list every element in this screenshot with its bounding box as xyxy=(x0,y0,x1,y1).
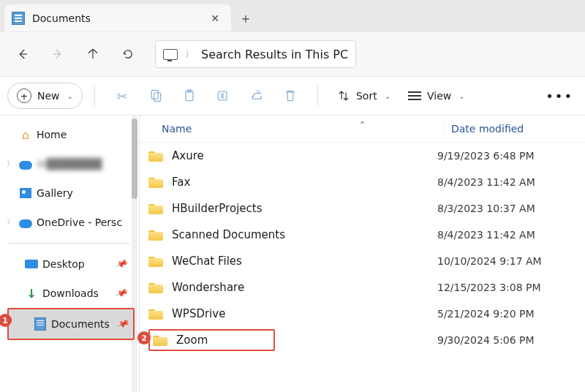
trash-icon xyxy=(283,88,298,103)
nav-gallery-label: Gallery xyxy=(37,187,73,199)
pin-icon[interactable]: 📌 xyxy=(116,317,130,331)
new-tab-button[interactable]: ＋ xyxy=(231,4,260,32)
nav-account-label: W███████ xyxy=(37,158,102,170)
file-date: 12/15/2023 3:08 PM xyxy=(430,282,585,293)
ellipsis-icon: ••• xyxy=(546,88,573,104)
nav-documents[interactable]: Documents 📌 xyxy=(7,308,135,340)
chevron-down-icon: ⌄ xyxy=(385,92,390,100)
file-date: 5/21/2024 9:20 PM xyxy=(430,308,585,320)
chevron-down-icon: ⌄ xyxy=(67,92,73,100)
back-button[interactable] xyxy=(7,39,38,69)
file-row-zoom[interactable]: Zoom 9/30/2024 5:06 PM xyxy=(140,327,585,353)
cut-button[interactable]: ✂ xyxy=(107,83,137,109)
this-pc-icon xyxy=(163,49,178,60)
file-date: 10/10/2024 9:17 AM xyxy=(430,255,585,267)
folder-icon xyxy=(148,176,163,188)
file-name: Axure xyxy=(172,149,204,162)
nav-desktop-label: Desktop xyxy=(42,258,85,270)
rename-icon xyxy=(216,88,230,103)
more-button[interactable]: ••• xyxy=(541,88,578,104)
copy-button[interactable] xyxy=(140,83,171,109)
rename-button[interactable] xyxy=(208,83,238,109)
file-name: WPSDrive xyxy=(172,307,225,320)
address-bar: 〉 Search Results in This PC xyxy=(0,32,585,77)
collapse-caret-icon[interactable]: ⌃ xyxy=(358,120,366,130)
nav-home-label: Home xyxy=(37,129,67,140)
column-name-header[interactable]: Name xyxy=(140,123,443,135)
file-row[interactable]: WPSDrive 5/21/2024 9:20 PM xyxy=(140,301,585,327)
pin-icon[interactable]: 📌 xyxy=(115,287,129,300)
scissors-icon: ✂ xyxy=(116,88,127,104)
file-name: WeChat Files xyxy=(172,255,242,268)
paste-button[interactable] xyxy=(174,83,205,109)
column-date-header[interactable]: Date modified xyxy=(443,123,585,135)
share-icon xyxy=(249,88,264,103)
file-list: ⌃ Name Date modified Axure 9/19/2023 6:4… xyxy=(140,116,585,392)
refresh-icon xyxy=(121,48,135,61)
file-row[interactable]: Axure 9/19/2023 6:48 PM xyxy=(140,143,585,169)
nav-documents-label: Documents xyxy=(51,318,110,330)
close-tab-icon[interactable]: ✕ xyxy=(206,12,224,24)
svg-rect-1 xyxy=(154,93,160,102)
home-icon: ⌂ xyxy=(19,128,32,141)
nav-desktop[interactable]: Desktop 📌 xyxy=(0,249,139,279)
document-icon xyxy=(12,12,25,25)
new-label: New xyxy=(37,90,60,102)
nav-onedrive[interactable]: 〉 OneDrive - Persc xyxy=(0,208,139,237)
svg-rect-0 xyxy=(151,91,158,99)
nav-gallery[interactable]: Gallery xyxy=(0,178,139,208)
desktop-icon xyxy=(25,257,38,271)
arrow-left-icon xyxy=(16,48,29,61)
file-name: Zoom xyxy=(176,333,208,347)
nav-downloads-label: Downloads xyxy=(42,287,99,299)
view-label: View xyxy=(427,90,451,102)
window-tab[interactable]: Documents ✕ xyxy=(4,4,231,32)
documents-icon xyxy=(34,317,47,331)
content-area: ⌂ Home 〉 W███████ Gallery 〉 OneDrive - P… xyxy=(0,116,585,392)
nav-downloads[interactable]: ↓ Downloads 📌 xyxy=(0,279,139,308)
address-field[interactable]: 〉 Search Results in This PC xyxy=(155,40,356,68)
tab-title: Documents xyxy=(32,12,206,24)
chevron-right-icon: 〉 xyxy=(185,48,194,61)
view-button[interactable]: View ⌄ xyxy=(401,90,472,102)
expand-icon[interactable]: 〉 xyxy=(6,159,15,169)
new-button[interactable]: + New ⌄ xyxy=(7,83,83,109)
forward-button[interactable] xyxy=(42,39,73,69)
share-button[interactable] xyxy=(241,83,272,109)
nav-account[interactable]: 〉 W███████ xyxy=(0,149,139,178)
file-name: HBuilderProjects xyxy=(172,202,262,215)
nav-home[interactable]: ⌂ Home xyxy=(0,120,139,149)
file-row[interactable]: HBuilderProjects 8/3/2023 10:37 AM xyxy=(140,195,585,222)
file-row[interactable]: WeChat Files 10/10/2024 9:17 AM xyxy=(140,248,585,274)
folder-icon xyxy=(148,308,163,320)
file-date: 8/4/2023 11:42 AM xyxy=(430,176,585,188)
folder-icon xyxy=(148,229,163,241)
folder-icon xyxy=(148,203,163,214)
sort-icon xyxy=(337,89,350,102)
file-name: Wondershare xyxy=(172,281,244,294)
annotation-badge-2: 2 xyxy=(137,331,151,344)
copy-icon xyxy=(148,88,163,103)
delete-button[interactable] xyxy=(275,83,306,109)
up-button[interactable] xyxy=(78,39,108,69)
file-date: 8/3/2023 10:37 AM xyxy=(430,203,585,214)
folder-icon xyxy=(148,255,163,267)
file-name: Scanned Documents xyxy=(172,228,285,241)
navigation-pane: ⌂ Home 〉 W███████ Gallery 〉 OneDrive - P… xyxy=(0,116,140,392)
refresh-button[interactable] xyxy=(113,39,143,69)
file-row[interactable]: Fax 8/4/2023 11:42 AM xyxy=(140,169,585,195)
file-row[interactable]: Scanned Documents 8/4/2023 11:42 AM xyxy=(140,222,585,248)
pin-icon[interactable]: 📌 xyxy=(115,257,129,271)
download-icon: ↓ xyxy=(25,287,38,300)
toolbar: + New ⌄ ✂ Sort ⌄ View ⌄ ••• xyxy=(0,77,585,116)
clipboard-icon xyxy=(182,88,197,103)
list-icon xyxy=(408,95,421,97)
file-row[interactable]: Wondershare 12/15/2023 3:08 PM xyxy=(140,274,585,301)
expand-icon[interactable]: 〉 xyxy=(6,217,15,227)
file-name: Fax xyxy=(172,176,190,189)
folder-icon xyxy=(153,334,167,346)
sort-button[interactable]: Sort ⌄ xyxy=(330,89,398,102)
arrow-right-icon xyxy=(51,48,64,61)
onedrive-icon xyxy=(19,216,32,229)
address-text: Search Results in This PC xyxy=(201,48,348,61)
